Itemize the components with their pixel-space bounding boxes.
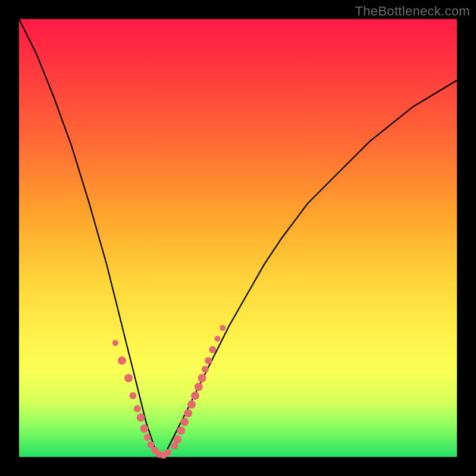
data-dot — [164, 449, 171, 456]
data-dot — [124, 374, 133, 383]
data-dot — [184, 409, 192, 417]
dots-right-cluster — [171, 325, 226, 450]
data-dot — [118, 356, 126, 365]
data-dot — [195, 383, 203, 391]
bottleneck-curve — [19, 19, 457, 457]
watermark-text: TheBottleneck.com — [355, 4, 470, 19]
chart-frame: TheBottleneck.com — [0, 0, 476, 476]
plot-area — [19, 19, 457, 457]
data-dot — [209, 346, 216, 353]
data-dot — [177, 427, 185, 435]
data-dot — [202, 366, 209, 373]
data-dot — [134, 405, 141, 412]
data-dot — [137, 414, 145, 422]
data-dot — [220, 325, 226, 331]
data-dot — [140, 424, 149, 433]
dots-left-cluster — [112, 340, 171, 459]
data-dot — [112, 340, 118, 346]
data-dot — [198, 374, 206, 383]
data-dot — [129, 392, 136, 399]
data-dot — [180, 418, 189, 426]
data-dot — [173, 436, 181, 444]
data-dot — [214, 336, 220, 342]
data-dot — [144, 434, 151, 441]
data-dot — [187, 400, 196, 409]
data-dot — [191, 392, 199, 400]
data-dot — [205, 357, 212, 364]
curve-svg — [19, 19, 457, 457]
